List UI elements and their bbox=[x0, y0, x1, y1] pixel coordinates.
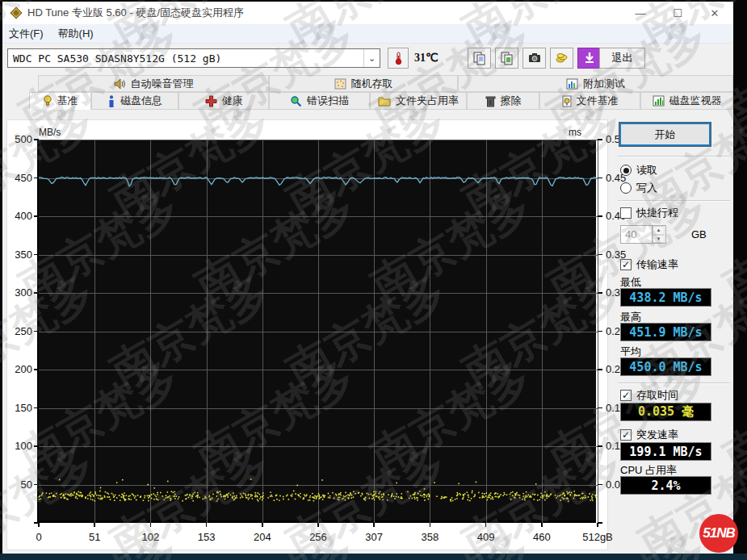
spinner-down-icon[interactable]: ▼ bbox=[653, 235, 665, 244]
copy-text-button[interactable] bbox=[468, 48, 491, 69]
spinner-up-icon[interactable]: ▲ bbox=[653, 226, 665, 235]
screenshot-stage: HD Tune 专业版 5.60 - 硬盘/固态硬盘实用程序 — ☐ ✕ 文件(… bbox=[0, 0, 747, 560]
drive-selector-value: WDC PC SA530 SDASN8Y512G (512 gB) bbox=[8, 52, 363, 65]
left-axis-tick-label: 200 bbox=[5, 363, 32, 375]
tab-erase[interactable]: 擦除 bbox=[467, 92, 539, 110]
tab-file-benchmark[interactable]: 文件基准 bbox=[539, 92, 640, 110]
extra-tests-icon bbox=[566, 78, 578, 90]
max-speed-display: 451.9 MB/s bbox=[620, 323, 711, 341]
transfer-rate-label: 传输速率 bbox=[636, 257, 678, 272]
maximize-button[interactable]: ☐ bbox=[659, 2, 696, 24]
x-axis-tick-label: 460 bbox=[519, 531, 564, 543]
right-axis-unit: ms bbox=[569, 127, 581, 138]
error-scan-icon bbox=[290, 95, 302, 107]
access-time-display: 0.035 毫 bbox=[620, 403, 711, 421]
minimize-button[interactable]: — bbox=[622, 2, 659, 24]
menu-help[interactable]: 帮助(H) bbox=[58, 27, 94, 41]
short-stroke-length-field[interactable]: ▲▼ bbox=[620, 225, 666, 244]
bottom-strip bbox=[0, 554, 747, 560]
burst-rate-row[interactable]: ✓ 突发速率 bbox=[620, 428, 678, 441]
x-axis-tick-label: 0 bbox=[16, 531, 61, 543]
access-time-checkbox[interactable]: ✓ bbox=[620, 390, 632, 401]
read-radio-row[interactable]: 读取 bbox=[620, 164, 657, 177]
copy-text-icon bbox=[472, 51, 487, 65]
tab-error-scan[interactable]: 错误扫描 bbox=[269, 92, 370, 110]
burst-rate-display: 199.1 MB/s bbox=[620, 442, 711, 461]
x-axis-tick-label: 51 bbox=[72, 531, 117, 543]
transfer-rate-row[interactable]: ✓ 传输速率 bbox=[620, 258, 678, 271]
temperature-value: 31℃ bbox=[414, 51, 439, 65]
left-axis-tick-label: 450 bbox=[5, 172, 32, 184]
x-axis-tick-label: 256 bbox=[296, 531, 341, 543]
copy-image-button[interactable] bbox=[495, 48, 518, 69]
copy-image-icon bbox=[500, 51, 514, 65]
left-axis-tick-label: 500 bbox=[5, 133, 32, 145]
disk-monitor-icon bbox=[653, 95, 665, 107]
tab-label: 磁盘监视器 bbox=[669, 94, 722, 108]
tab-label: 错误扫描 bbox=[307, 94, 349, 108]
tab-label: 磁盘信息 bbox=[120, 94, 162, 108]
benchmark-controls: 开始 读取 写入 快捷行程 ▲▼ GB ✓ 传输速率 bbox=[616, 119, 733, 552]
benchmark-plot: 500450400350300250200150100500.500.450.4… bbox=[37, 140, 596, 523]
read-radio[interactable] bbox=[620, 165, 632, 176]
write-radio-label: 写入 bbox=[636, 181, 657, 195]
download-button[interactable] bbox=[577, 48, 601, 69]
read-radio-label: 读取 bbox=[636, 163, 657, 178]
tab-health[interactable]: 健康 bbox=[178, 92, 269, 110]
screenshot-button[interactable] bbox=[522, 48, 546, 69]
close-button[interactable]: ✕ bbox=[696, 2, 733, 24]
burst-rate-checkbox[interactable]: ✓ bbox=[620, 429, 632, 441]
min-speed-display: 438.2 MB/s bbox=[620, 288, 711, 307]
x-axis-tick-label: 204 bbox=[240, 531, 285, 543]
chart-canvas bbox=[39, 140, 598, 523]
tab-disk-monitor[interactable]: 磁盘监视器 bbox=[640, 92, 733, 110]
start-button[interactable]: 开始 bbox=[619, 123, 711, 146]
tab-folder-usage[interactable]: 文件夹占用率 bbox=[370, 92, 467, 110]
screenshot-icon bbox=[527, 51, 542, 65]
x-axis-tick-label: 307 bbox=[351, 531, 397, 543]
health-cross-icon bbox=[205, 95, 217, 107]
tab-auto-acoustic[interactable]: 自动噪音管理 bbox=[38, 75, 269, 92]
app-icon bbox=[10, 6, 23, 19]
menu-bar: 文件(F) 帮助(H) bbox=[2, 24, 733, 44]
short-stroke-length-input[interactable] bbox=[621, 226, 652, 243]
write-radio-row[interactable]: 写入 bbox=[620, 182, 657, 194]
short-stroke-checkbox[interactable] bbox=[620, 207, 632, 219]
title-bar: HD Tune 专业版 5.60 - 硬盘/固态硬盘实用程序 — ☐ ✕ bbox=[2, 2, 733, 24]
tab-label: 文件夹占用率 bbox=[396, 94, 459, 108]
short-stroke-row[interactable]: 快捷行程 bbox=[620, 207, 678, 219]
exit-button[interactable]: 退出 bbox=[599, 48, 645, 69]
tab-benchmark[interactable]: 基准 bbox=[29, 92, 91, 110]
x-axis-tick-label: 409 bbox=[464, 531, 509, 543]
short-stroke-label: 快捷行程 bbox=[636, 206, 678, 220]
download-icon bbox=[582, 51, 597, 65]
tab-strip: 自动噪音管理 随机存取 bbox=[2, 73, 733, 110]
erase-trash-icon bbox=[485, 95, 496, 107]
donate-button[interactable] bbox=[550, 48, 573, 69]
tab-extra-tests[interactable]: 附加测试 bbox=[458, 75, 733, 92]
separator bbox=[618, 156, 730, 157]
cpu-usage-display: 2.4% bbox=[620, 476, 711, 495]
spinner[interactable]: ▲▼ bbox=[652, 226, 665, 243]
tab-disk-info[interactable]: 磁盘信息 bbox=[91, 92, 178, 110]
left-axis-tick-label: 150 bbox=[5, 402, 32, 414]
separator bbox=[618, 200, 730, 202]
write-radio[interactable] bbox=[620, 182, 632, 194]
folder-usage-icon bbox=[378, 95, 391, 107]
menu-file[interactable]: 文件(F) bbox=[9, 27, 44, 41]
transfer-rate-checkbox[interactable]: ✓ bbox=[620, 259, 632, 270]
temperature-button[interactable] bbox=[388, 48, 409, 69]
random-access-icon bbox=[334, 78, 346, 90]
chevron-down-icon: ⌄ bbox=[363, 49, 380, 67]
tab-random-access[interactable]: 随机存取 bbox=[269, 75, 458, 92]
left-axis-tick-label: 50 bbox=[5, 479, 32, 491]
avg-speed-display: 450.0 MB/s bbox=[620, 357, 711, 376]
left-axis-tick-label: 400 bbox=[5, 210, 32, 222]
tab-label: 随机存取 bbox=[351, 77, 393, 91]
info-icon bbox=[107, 95, 115, 107]
51nb-logo: 51NB bbox=[699, 514, 738, 553]
access-time-row[interactable]: ✓ 存取时间 bbox=[620, 389, 678, 402]
left-axis-unit: MB/s bbox=[39, 127, 61, 138]
window-title: HD Tune 专业版 5.60 - 硬盘/固态硬盘实用程序 bbox=[27, 6, 244, 20]
drive-selector[interactable]: WDC PC SA530 SDASN8Y512G (512 gB) ⌄ bbox=[7, 48, 380, 68]
